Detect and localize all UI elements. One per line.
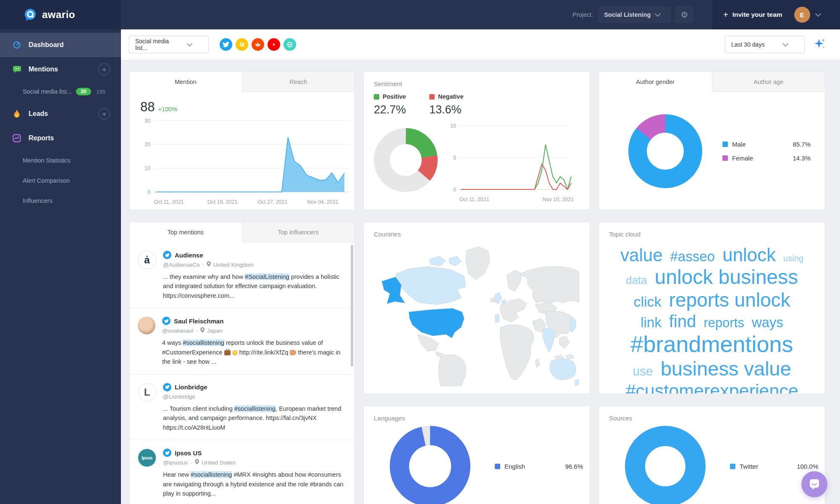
location-pin-icon <box>200 327 205 334</box>
sidebar-item-leads[interactable]: Leads + <box>0 102 121 126</box>
awario-logo-icon <box>24 8 37 21</box>
key-emoji-icon <box>232 350 238 355</box>
card-title: Countries <box>364 222 590 238</box>
keyword-highlight: #sociallistening <box>183 339 224 346</box>
chevron-down-icon <box>655 11 661 17</box>
mention-total: 88 <box>140 100 155 115</box>
mention-item[interactable]: IpsosIpsos US@ipsosus·United StatesHear … <box>129 440 354 504</box>
topic-word[interactable]: use <box>633 364 653 378</box>
mention-text: 4 ways #sociallistening reports unlock t… <box>162 338 344 366</box>
topic-word[interactable]: using <box>783 254 803 263</box>
topic-word[interactable]: #asseo <box>670 249 714 265</box>
mention-text: ... they examine why and how #SocialList… <box>163 272 344 300</box>
chat-icon <box>808 478 821 491</box>
top-mentions-tabs: Top mentions Top influencers <box>129 222 354 242</box>
mention-item[interactable]: LLionbridge@Lionbridge... Tourism client… <box>129 375 354 440</box>
topic-word[interactable]: reports unlock <box>669 289 790 311</box>
mention-reach-card: Mention Reach 88 +100% 0102030Oct 11, 20… <box>129 71 355 210</box>
female-percent: 14.3% <box>793 155 811 162</box>
positive-swatch <box>374 94 379 100</box>
author-gender-card: Author gender Author age Male 85.7% Fema… <box>598 71 825 210</box>
author-name[interactable]: Ipsos US <box>175 449 202 457</box>
sidebar-item-dashboard[interactable]: Dashboard <box>0 33 121 57</box>
card-title: Sentiment <box>364 72 590 87</box>
tab-top-mentions[interactable]: Top mentions <box>129 222 242 242</box>
male-swatch <box>722 142 728 147</box>
tab-mention[interactable]: Mention <box>129 72 242 92</box>
project-select[interactable]: Social Listening <box>598 6 671 23</box>
topic-word[interactable]: unlock business <box>655 266 798 289</box>
dashboard-content: Mention Reach 88 +100% 0102030Oct 11, 20… <box>121 60 840 504</box>
alert-filter-select[interactable]: Social media list... <box>129 36 209 53</box>
sources-card: Sources Twitter 100.0% <box>598 406 825 504</box>
author-name[interactable]: Lionbridge <box>175 383 207 391</box>
keyword-highlight: #sociallistening <box>234 405 276 412</box>
sidebar-item-mentions[interactable]: Mentions + <box>0 57 121 81</box>
mentions-area-chart: 0102030Oct 11, 2021Oct 19, 2021Oct 27, 2… <box>129 115 354 210</box>
tab-author-gender[interactable]: Author gender <box>599 72 712 92</box>
news-blogs-filter-icon[interactable] <box>236 38 248 51</box>
logo[interactable]: awario <box>0 0 121 29</box>
author-handle: @osakasaul·Japan <box>162 327 344 334</box>
twitter-badge-icon <box>163 449 171 457</box>
project-settings-button[interactable]: ⚙ <box>675 6 693 23</box>
ai-sparkle-icon[interactable] <box>813 37 826 52</box>
topic-word[interactable]: click <box>633 294 661 310</box>
sidebar-item-influencers[interactable]: Influencers <box>0 191 121 211</box>
twitter-filter-icon[interactable] <box>220 38 232 51</box>
chevron-down-icon <box>187 41 192 46</box>
topic-word[interactable]: reports <box>704 316 744 331</box>
topic-cloud: value#asseounlockusingdataunlock busines… <box>599 238 825 394</box>
add-mention-alert-button[interactable]: + <box>98 63 110 75</box>
card-title: Topic cloud <box>599 222 825 238</box>
topic-word[interactable]: value <box>620 245 662 265</box>
add-lead-alert-button[interactable]: + <box>98 108 110 120</box>
author-name[interactable]: Audiense <box>175 252 203 259</box>
invite-team-button[interactable]: + Invite your team <box>723 10 782 20</box>
sidebar-item-alert-comparison[interactable]: Alert Comparison <box>0 171 121 191</box>
mention-reach-tabs: Mention Reach <box>129 72 354 92</box>
topic-word[interactable]: #brandmentions <box>630 331 793 357</box>
sidebar-item-social-media-list[interactable]: Social media list... 30 195 <box>0 81 121 102</box>
topic-word[interactable]: #customerexperience <box>625 381 798 394</box>
mention-item[interactable]: Saul Fleischman@osakasaul·Japan4 ways #s… <box>129 308 354 374</box>
svg-text:Nov 04, 2021: Nov 04, 2021 <box>307 199 338 205</box>
mention-text: Hear new #sociallistening #MRX #insights… <box>163 470 344 498</box>
top-mentions-card: Top mentions Top influencers ȧAudiense@A… <box>129 222 355 504</box>
svg-text:0: 0 <box>453 187 456 193</box>
sidebar-item-mention-statistics[interactable]: Mention Statistics <box>0 150 121 171</box>
topic-word[interactable]: data <box>626 274 647 286</box>
topic-word[interactable]: business value <box>661 358 791 380</box>
svg-text:Oct 27, 2021: Oct 27, 2021 <box>257 199 288 205</box>
list-scrollbar[interactable] <box>351 245 353 367</box>
author-handle: @Lionbridge <box>163 394 344 400</box>
topic-cloud-row: value#asseounlockusing <box>620 244 803 265</box>
location-pin-icon <box>207 261 211 268</box>
svg-text:10: 10 <box>144 165 150 171</box>
tab-top-influencers[interactable]: Top influencers <box>242 222 355 242</box>
sidebar-item-reports[interactable]: Reports <box>0 126 121 150</box>
mention-item[interactable]: ȧAudiense@AudienseCo·United Kingdom... t… <box>129 242 354 308</box>
topic-word[interactable]: unlock <box>722 244 776 265</box>
reddit-filter-icon[interactable] <box>252 38 264 51</box>
sidebar-item-label: Reports <box>29 134 121 142</box>
positive-label: Positive <box>383 93 406 100</box>
negative-label: Negative <box>438 93 463 100</box>
chevron-down-icon <box>782 41 788 47</box>
web-filter-icon[interactable] <box>284 38 296 51</box>
mentions-icon <box>12 65 22 74</box>
avatar[interactable]: E <box>794 7 810 23</box>
author-name[interactable]: Saul Fleischman <box>174 318 223 325</box>
keyword-highlight: #sociallistening <box>191 471 232 478</box>
account-menu-chevron-icon[interactable] <box>815 11 821 17</box>
date-range-select[interactable]: Last 30 days <box>725 36 805 53</box>
dashboard-icon <box>12 41 22 49</box>
tab-author-age[interactable]: Author age <box>712 72 825 92</box>
topic-word[interactable]: link <box>640 315 662 331</box>
topic-word[interactable]: find <box>669 312 696 331</box>
topic-cloud-row: usebusiness value <box>633 358 791 380</box>
chat-widget-button[interactable] <box>801 471 827 497</box>
youtube-filter-icon[interactable] <box>268 38 280 51</box>
tab-reach[interactable]: Reach <box>242 72 355 92</box>
topic-word[interactable]: ways <box>752 315 783 331</box>
